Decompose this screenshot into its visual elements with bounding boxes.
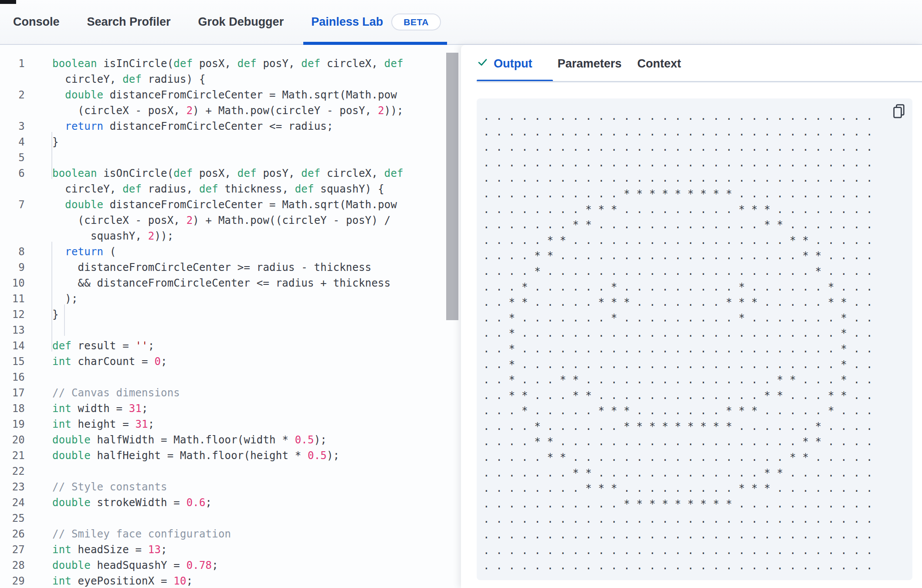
line-number: 4	[0, 134, 25, 150]
code-line-text: double halfHeight = Math.floor(height * …	[25, 448, 339, 463]
code-line: 5	[0, 150, 461, 166]
code-line: 10 && distanceFromCircleCenter <= radius…	[0, 275, 461, 291]
tab-search-profiler[interactable]: Search Profiler	[87, 0, 171, 44]
indent-guide	[51, 132, 52, 179]
code-line: 4}	[0, 134, 461, 150]
code-line: (circleX - posX, 2) + Math.pow(circleY -…	[0, 103, 461, 118]
code-line-text	[25, 510, 59, 526]
editor-scrollbar-thumb[interactable]	[446, 53, 458, 320]
code-line: 2 double distanceFromCircleCenter = Math…	[0, 87, 461, 103]
code-line-text: int height = 31;	[25, 416, 154, 432]
code-line: 11 );	[0, 291, 461, 307]
code-line-text: boolean isInCircle(def posX, def posY, d…	[25, 56, 403, 71]
copy-icon	[892, 104, 906, 120]
code-line-text: circleY, def radius) {	[25, 71, 206, 87]
code-line: circleY, def radius) {	[0, 71, 461, 87]
line-number	[0, 103, 25, 118]
line-number: 23	[0, 479, 25, 495]
line-number: 18	[0, 401, 25, 416]
window-edge-artifact	[0, 0, 16, 4]
ascii-smiley-output: . . . . . . . . . . . . . . . . . . . . …	[483, 109, 873, 574]
line-number: 16	[0, 369, 25, 385]
line-number: 19	[0, 416, 25, 432]
tab-painless-lab-label: Painless Lab	[311, 15, 383, 29]
code-line: 12}	[0, 307, 461, 322]
line-number: 8	[0, 244, 25, 260]
code-line: 8 return (	[0, 244, 461, 260]
code-line: 3 return distanceFromCircleCenter <= rad…	[0, 118, 461, 134]
code-line: 18int width = 31;	[0, 401, 461, 416]
code-line-text: return distanceFromCircleCenter <= radiu…	[25, 118, 333, 134]
check-icon	[477, 56, 488, 71]
tab-output-label: Output	[494, 57, 532, 71]
tab-grok-debugger[interactable]: Grok Debugger	[198, 0, 284, 44]
result-pane: Output Parameters Context . . . . . . . …	[461, 45, 922, 588]
code-line: 13	[0, 322, 461, 338]
code-line: 7 double distanceFromCircleCenter = Math…	[0, 197, 461, 213]
code-line-text	[25, 150, 59, 166]
code-line: 22	[0, 463, 461, 479]
line-number: 3	[0, 118, 25, 134]
code-line-text: && distanceFromCircleCenter <= radius + …	[25, 275, 390, 291]
code-line-text: (circleX - posX, 2) + Math.pow(circleY -…	[25, 103, 403, 118]
line-number: 28	[0, 558, 25, 573]
code-line: circleY, def radius, def thickness, def …	[0, 181, 461, 197]
line-number	[0, 213, 25, 228]
code-line-text: }	[25, 307, 59, 322]
line-number: 1	[0, 56, 25, 71]
line-number: 12	[0, 307, 25, 322]
line-number: 6	[0, 166, 25, 181]
copy-button[interactable]	[891, 104, 906, 119]
code-line-text	[25, 369, 59, 385]
code-line-text	[25, 322, 59, 338]
tab-parameters[interactable]: Parameters	[557, 57, 621, 71]
code-line-text: // Canvas dimensions	[25, 385, 180, 401]
line-number: 27	[0, 542, 25, 558]
line-number	[0, 181, 25, 197]
code-line: 1boolean isInCircle(def posX, def posY, …	[0, 56, 461, 71]
code-line-text: double strokeWidth = 0.6;	[25, 495, 212, 510]
line-number: 21	[0, 448, 25, 463]
line-number: 14	[0, 338, 25, 354]
code-line-text: return (	[25, 244, 116, 260]
code-line: squashY, 2));	[0, 228, 461, 244]
line-number: 10	[0, 275, 25, 291]
code-line: 23// Style constants	[0, 479, 461, 495]
line-number: 5	[0, 150, 25, 166]
code-rows: 1boolean isInCircle(def posX, def posY, …	[0, 56, 461, 588]
tab-console[interactable]: Console	[13, 0, 60, 44]
code-line: 24double strokeWidth = 0.6;	[0, 495, 461, 510]
code-line-text: int headSize = 13;	[25, 542, 167, 558]
line-number: 22	[0, 463, 25, 479]
line-number	[0, 228, 25, 244]
painless-code-editor[interactable]: 1boolean isInCircle(def posX, def posY, …	[0, 45, 461, 588]
code-line: 9 distanceFromCircleCenter >= radius - t…	[0, 260, 461, 275]
result-tabs: Output Parameters Context	[477, 45, 681, 82]
line-number: 25	[0, 510, 25, 526]
code-line: 28double headSquashY = 0.78;	[0, 558, 461, 573]
line-number: 29	[0, 573, 25, 588]
tab-context[interactable]: Context	[637, 57, 681, 71]
devtools-tab-bar: Console Search Profiler Grok Debugger Pa…	[0, 0, 922, 45]
code-line: (circleX - posX, 2) + Math.pow((circleY …	[0, 213, 461, 228]
tab-painless-lab[interactable]: Painless Lab BETA	[311, 0, 441, 44]
code-line-text: double headSquashY = 0.78;	[25, 558, 218, 573]
code-line: 19int height = 31;	[0, 416, 461, 432]
line-number: 15	[0, 354, 25, 369]
code-line: 25	[0, 510, 461, 526]
line-number: 17	[0, 385, 25, 401]
code-line-text: distanceFromCircleCenter >= radius - thi…	[25, 260, 371, 275]
line-number: 13	[0, 322, 25, 338]
code-line: 27int headSize = 13;	[0, 542, 461, 558]
code-line-text: def result = '';	[25, 338, 154, 354]
line-number: 26	[0, 526, 25, 542]
code-line: 20double halfWidth = Math.floor(width * …	[0, 432, 461, 448]
tab-output[interactable]: Output	[477, 56, 532, 71]
line-number: 24	[0, 495, 25, 510]
line-number: 2	[0, 87, 25, 103]
code-line-text: int eyePositionX = 10;	[25, 573, 193, 588]
code-line-text: double distanceFromCircleCenter = Math.s…	[25, 197, 397, 213]
output-result-panel: . . . . . . . . . . . . . . . . . . . . …	[477, 98, 912, 580]
code-line-text: squashY, 2));	[25, 228, 173, 244]
code-line: 6boolean isOnCircle(def posX, def posY, …	[0, 166, 461, 181]
